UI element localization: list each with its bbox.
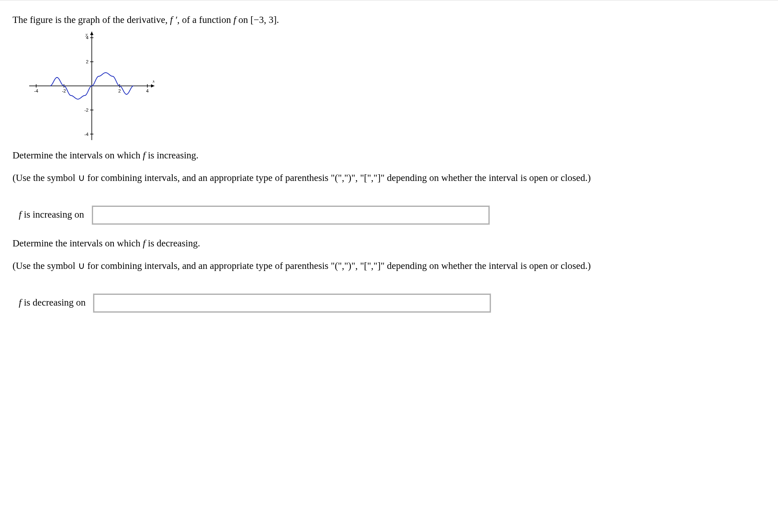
derivative-graph: -4-224-4-224xy [29, 32, 154, 140]
q2-prefix: Determine the intervals on which [13, 238, 143, 248]
svg-text:-2: -2 [84, 107, 88, 112]
svg-text:x: x [152, 78, 154, 83]
graph-container: -4-224-4-224xy [29, 32, 765, 140]
answer-1-input[interactable] [93, 206, 489, 224]
svg-text:y: y [85, 32, 88, 37]
q1-prefix: Determine the intervals on which [13, 150, 143, 161]
svg-marker-3 [90, 32, 93, 35]
intro-text: The figure is the graph of the derivativ… [13, 13, 765, 28]
q1-text: Determine the intervals on which f is in… [13, 148, 765, 163]
answer-1-label: f is increasing on [19, 208, 84, 222]
answer-row-2: f is decreasing on [13, 294, 765, 312]
svg-marker-2 [151, 84, 154, 88]
q2-suffix: is decreasing. [146, 238, 200, 248]
svg-text:-4: -4 [84, 131, 88, 136]
svg-text:-4: -4 [34, 88, 38, 93]
answer-2-label: f is decreasing on [19, 296, 86, 310]
question-1: Determine the intervals on which f is in… [13, 148, 765, 224]
question-2: Determine the intervals on which f is de… [13, 236, 765, 312]
ans1-label-text: is increasing on [21, 209, 84, 220]
answer-row-1: f is increasing on [13, 206, 765, 224]
q2-instructions: (Use the symbol ∪ for combining interval… [13, 259, 765, 274]
intro-mid: , of a function [177, 15, 234, 25]
intro-suffix: on [−3, 3]. [236, 15, 279, 25]
q1-instructions: (Use the symbol ∪ for combining interval… [13, 171, 765, 186]
svg-text:2: 2 [86, 59, 88, 64]
ans2-label-text: is decreasing on [21, 297, 86, 308]
intro-prefix: The figure is the graph of the derivativ… [13, 15, 170, 25]
svg-text:2: 2 [118, 88, 121, 93]
answer-2-input[interactable] [94, 294, 490, 312]
intro-fprime: f ′ [170, 15, 177, 25]
q1-suffix: is increasing. [146, 150, 199, 161]
q2-text: Determine the intervals on which f is de… [13, 236, 765, 251]
problem-page: The figure is the graph of the derivativ… [0, 0, 778, 532]
svg-text:4: 4 [146, 88, 149, 93]
svg-text:-2: -2 [62, 88, 66, 93]
